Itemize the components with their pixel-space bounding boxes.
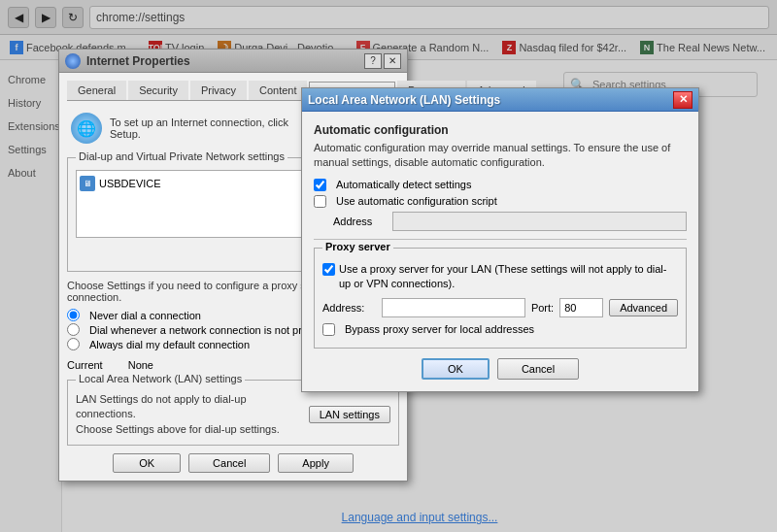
radio-whenever-input[interactable] <box>67 323 80 336</box>
address-label: Address <box>333 216 387 227</box>
auto-config-section: Automatic configuration Automatic config… <box>314 123 687 231</box>
inet-dialog-title-text: Internet Properties <box>86 54 190 68</box>
bypass-label: Bypass proxy server for local addresses <box>345 323 534 335</box>
port-label: Port: <box>531 302 554 314</box>
dialup-listbox[interactable]: 🖥 USBDEVICE <box>76 170 315 238</box>
bypass-checkbox[interactable] <box>322 323 335 336</box>
bypass-row: Bypass proxy server for local addresses <box>322 323 678 336</box>
lan-ok-button[interactable]: OK <box>422 358 490 380</box>
tab-general[interactable]: General <box>67 81 126 100</box>
tab-content[interactable]: Content <box>249 81 308 100</box>
device-label: USBDEVICE <box>99 178 161 189</box>
none-label: None <box>128 359 153 371</box>
proxy-use-label: Use a proxy server for your LAN (These s… <box>339 262 678 292</box>
auto-detect-checkbox[interactable] <box>314 179 326 191</box>
auto-script-checkbox[interactable] <box>314 195 326 208</box>
proxy-address-input[interactable] <box>382 298 525 317</box>
list-item: 🖥 USBDEVICE <box>80 174 311 193</box>
radio-always-label: Always dial my default connection <box>89 339 250 350</box>
current-label: Current <box>67 359 103 371</box>
inet-dialog-icon <box>65 53 81 69</box>
lan-dialog-title-text: Local Area Network (LAN) Settings <box>308 93 500 107</box>
lan-group-label: Local Area Network (LAN) settings <box>76 373 245 384</box>
inet-ok-button[interactable]: OK <box>113 453 181 473</box>
auto-config-desc: Automatic configuration may override man… <box>314 141 687 171</box>
lan-dialog-titlebar: Local Area Network (LAN) Settings ✕ <box>302 88 698 112</box>
lan-cancel-button[interactable]: Cancel <box>497 358 579 380</box>
tab-privacy[interactable]: Privacy <box>190 81 247 100</box>
proxy-address-label: Address: <box>322 302 376 314</box>
proxy-section: Proxy server Use a proxy server for your… <box>314 248 687 349</box>
inet-close-button[interactable]: ✕ <box>384 53 401 69</box>
inet-apply-button[interactable]: Apply <box>278 453 354 473</box>
proxy-addr-row: Address: Port: Advanced <box>322 298 678 317</box>
inet-help-button[interactable]: ? <box>364 53 382 69</box>
proxy-use-checkbox[interactable] <box>322 263 335 276</box>
port-input[interactable] <box>559 298 603 317</box>
radio-always-input[interactable] <box>67 338 80 350</box>
radio-whenever-label: Dial whenever a network connection is no… <box>89 324 328 336</box>
radio-never-input[interactable] <box>67 309 80 321</box>
setup-text: To set up an Internet connection, click … <box>110 116 304 140</box>
device-icon: 🖥 <box>80 176 95 191</box>
inet-cancel-button[interactable]: Cancel <box>188 453 270 473</box>
tab-security[interactable]: Security <box>128 81 188 100</box>
auto-detect-row: Automatically detect settings <box>314 179 687 191</box>
dialup-group-label: Dial-up and Virtual Private Network sett… <box>76 150 287 162</box>
lan-desc: LAN Settings do not apply to dial-up con… <box>76 392 299 437</box>
lan-settings-dialog: Local Area Network (LAN) Settings ✕ Auto… <box>301 87 699 392</box>
auto-config-title: Automatic configuration <box>314 123 687 137</box>
auto-script-label: Use automatic configuration script <box>336 195 497 207</box>
inet-dialog-titlebar: Internet Properties ? ✕ <box>59 50 407 73</box>
auto-script-row: Use automatic configuration script <box>314 195 687 208</box>
proxy-group-title: Proxy server <box>322 241 393 252</box>
radio-never-label: Never dial a connection <box>89 310 201 321</box>
lan-settings-button[interactable]: LAN settings <box>309 406 390 423</box>
lan-close-button[interactable]: ✕ <box>673 91 693 109</box>
address-input[interactable] <box>392 212 687 231</box>
advanced-button[interactable]: Advanced <box>609 299 678 316</box>
proxy-use-row: Use a proxy server for your LAN (These s… <box>322 262 678 292</box>
connection-icon: 🌐 <box>71 113 102 144</box>
lan-dialog-footer: OK Cancel <box>314 358 687 380</box>
auto-detect-label: Automatically detect settings <box>336 179 471 190</box>
